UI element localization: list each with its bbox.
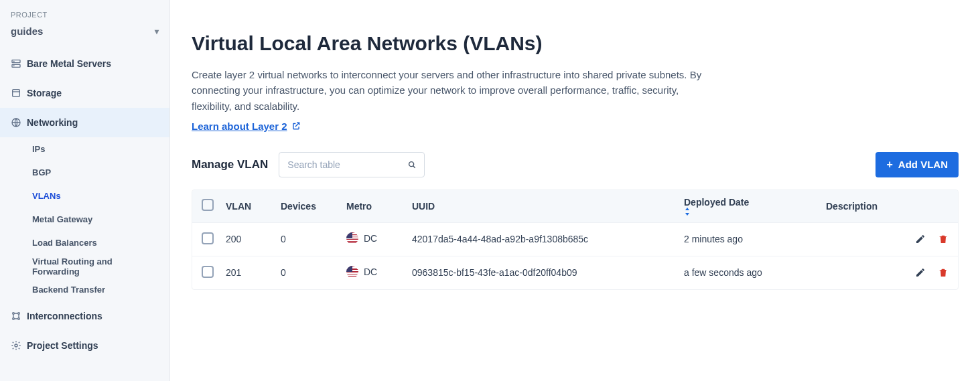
svg-point-6 [13, 313, 15, 315]
th-description[interactable]: Description [826, 201, 902, 212]
sort-icon [684, 208, 826, 216]
metro-code: DC [364, 266, 377, 277]
cell-metro: DC [346, 266, 377, 278]
manage-vlan-label: Manage VLAN [192, 158, 268, 171]
th-deployed-date[interactable]: Deployed Date [684, 197, 826, 216]
subnav-item-load-balancers[interactable]: Load Balancers [0, 231, 169, 254]
networking-subnav: IPs BGP VLANs Metal Gateway Load Balance… [0, 137, 169, 301]
gear-icon [11, 340, 27, 351]
edit-button[interactable] [915, 267, 926, 278]
th-uuid[interactable]: UUID [412, 201, 684, 212]
page-title: Virtual Local Area Networks (VLANs) [192, 32, 959, 55]
sidebar-item-storage[interactable]: Storage [0, 78, 169, 108]
select-all-checkbox[interactable] [202, 199, 214, 211]
svg-point-2 [13, 61, 14, 62]
cell-vlan: 200 [226, 234, 281, 244]
vlan-table: VLAN Devices Metro UUID Deployed Date De… [192, 189, 959, 290]
row-checkbox[interactable] [202, 266, 214, 278]
subnav-item-vrf[interactable]: Virtual Routing and Forwarding [0, 254, 169, 278]
th-metro[interactable]: Metro [346, 201, 412, 212]
subnav-item-vlans[interactable]: VLANs [0, 184, 169, 208]
interconnections-icon [11, 311, 27, 321]
search-wrapper [279, 152, 425, 177]
external-link-icon [291, 121, 301, 131]
svg-rect-4 [13, 90, 20, 97]
learn-link-label: Learn about Layer 2 [192, 121, 287, 132]
page-description: Create layer 2 virtual networks to inter… [192, 67, 714, 114]
sidebar-item-label: Bare Metal Servers [27, 58, 111, 69]
th-deployed-label: Deployed Date [684, 197, 749, 208]
subnav-item-ips[interactable]: IPs [0, 137, 169, 161]
cell-vlan: 201 [226, 267, 281, 278]
project-section-label: PROJECT [0, 11, 169, 25]
cell-metro: DC [346, 232, 377, 244]
table-header-row: VLAN Devices Metro UUID Deployed Date De… [192, 190, 958, 222]
subnav-item-backend-transfer[interactable]: Backend Transfer [0, 278, 169, 301]
learn-about-layer2-link[interactable]: Learn about Layer 2 [192, 121, 301, 132]
sidebar-item-label: Storage [27, 88, 62, 98]
cell-deployed: 2 minutes ago [684, 234, 826, 244]
cell-deployed: a few seconds ago [684, 267, 826, 278]
project-name: guides [11, 25, 43, 37]
subnav-item-metal-gateway[interactable]: Metal Gateway [0, 208, 169, 231]
sidebar-item-label: Project Settings [27, 340, 98, 351]
cell-uuid: 0963815c-bf15-43fe-a1ac-0df20ff04b09 [412, 267, 684, 278]
cell-devices: 0 [281, 267, 346, 278]
plus-icon: + [886, 159, 892, 171]
sidebar-nav: Bare Metal Servers Storage Networking IP… [0, 49, 169, 360]
server-icon [11, 58, 27, 69]
storage-icon [11, 88, 27, 98]
svg-point-10 [15, 344, 17, 347]
table-row: 201 0 DC 0963815c-bf15-43fe-a1ac-0df20ff… [192, 256, 958, 289]
th-devices[interactable]: Devices [281, 201, 346, 212]
network-icon [11, 117, 27, 128]
search-input[interactable] [279, 152, 425, 177]
us-flag-icon [346, 232, 358, 244]
cell-uuid: 42017da5-4a44-48ad-a92b-a9f1308b685c [412, 234, 684, 244]
sidebar-item-networking[interactable]: Networking [0, 108, 169, 137]
project-selector[interactable]: guides ▾ [0, 25, 169, 49]
delete-button[interactable] [938, 234, 949, 244]
sidebar-item-interconnections[interactable]: Interconnections [0, 301, 169, 331]
add-vlan-button[interactable]: + Add VLAN [876, 152, 959, 177]
sidebar-item-label: Networking [27, 117, 78, 128]
caret-down-icon: ▾ [155, 27, 159, 36]
row-checkbox[interactable] [202, 232, 214, 244]
svg-point-3 [13, 66, 14, 66]
main-content: Virtual Local Area Networks (VLANs) Crea… [170, 0, 980, 381]
delete-button[interactable] [938, 267, 949, 278]
sidebar: PROJECT guides ▾ Bare Metal Servers Stor… [0, 0, 170, 381]
sidebar-item-label: Interconnections [27, 311, 102, 321]
sidebar-item-bare-metal-servers[interactable]: Bare Metal Servers [0, 49, 169, 78]
svg-point-9 [18, 318, 20, 320]
cell-devices: 0 [281, 234, 346, 244]
th-vlan[interactable]: VLAN [226, 201, 281, 212]
table-row: 200 0 DC 42017da5-4a44-48ad-a92b-a9f1308… [192, 222, 958, 256]
subnav-item-bgp[interactable]: BGP [0, 161, 169, 184]
svg-point-7 [18, 313, 20, 315]
metro-code: DC [364, 233, 377, 244]
edit-button[interactable] [915, 234, 926, 244]
us-flag-icon [346, 266, 358, 278]
svg-point-8 [13, 318, 15, 320]
sidebar-item-project-settings[interactable]: Project Settings [0, 331, 169, 360]
toolbar: Manage VLAN + Add VLAN [192, 152, 959, 177]
add-vlan-label: Add VLAN [898, 159, 948, 170]
